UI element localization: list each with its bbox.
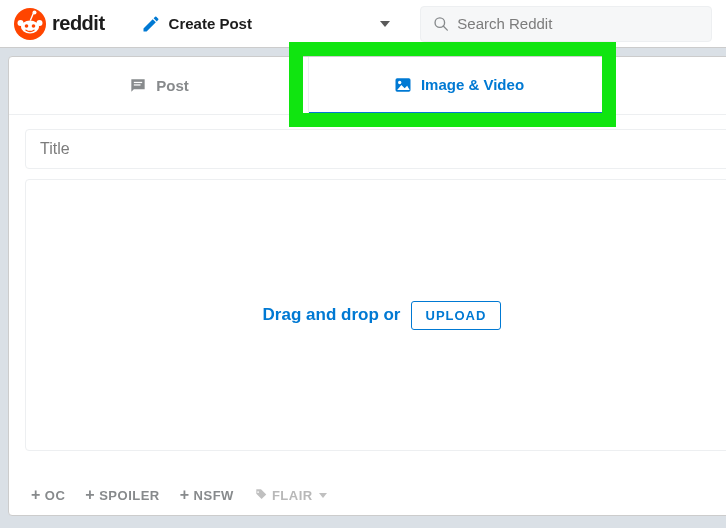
title-field-wrap (25, 129, 726, 169)
chevron-down-icon (319, 493, 327, 498)
post-type-tabs: Post Image & Video (9, 57, 726, 115)
search-icon (433, 15, 449, 33)
upload-button[interactable]: UPLOAD (411, 301, 502, 330)
tag-oc[interactable]: + OC (31, 487, 65, 503)
svg-rect-10 (134, 84, 141, 85)
tag-flair[interactable]: FLAIR (254, 488, 327, 503)
chevron-down-icon (380, 21, 390, 27)
create-post-dropdown[interactable]: Create Post (141, 14, 390, 34)
tag-icon (254, 488, 268, 502)
pencil-icon (141, 14, 161, 34)
reddit-icon (14, 8, 46, 40)
tag-spoiler[interactable]: + SPOILER (85, 487, 159, 503)
tab-post[interactable]: Post (9, 57, 309, 114)
svg-point-12 (398, 80, 401, 83)
post-text-icon (128, 76, 148, 96)
reddit-logo[interactable]: reddit (14, 8, 105, 40)
tab-post-label: Post (156, 77, 189, 94)
tag-flair-label: FLAIR (272, 488, 313, 503)
tab-image-video-label: Image & Video (421, 76, 524, 93)
create-post-card: Post Image & Video Drag and drop or UPLO… (8, 56, 726, 516)
tag-oc-label: OC (45, 488, 66, 503)
plus-icon: + (85, 487, 95, 503)
reddit-wordmark: reddit (52, 12, 105, 35)
tag-spoiler-label: SPOILER (99, 488, 160, 503)
top-bar: reddit Create Post (0, 0, 726, 48)
svg-point-4 (25, 24, 29, 28)
search-input[interactable] (457, 15, 699, 32)
post-tags-row: + OC + SPOILER + NSFW FLAIR (31, 487, 327, 503)
svg-point-3 (37, 20, 43, 26)
svg-rect-9 (134, 81, 142, 82)
search-bar[interactable] (420, 6, 712, 42)
svg-point-5 (32, 24, 36, 28)
svg-point-13 (257, 491, 259, 493)
svg-line-8 (443, 26, 447, 30)
plus-icon: + (31, 487, 41, 503)
create-post-label: Create Post (169, 15, 252, 32)
svg-point-2 (18, 20, 24, 26)
tag-nsfw-label: NSFW (194, 488, 234, 503)
dropzone-text: Drag and drop or (263, 305, 401, 325)
tab-image-video[interactable]: Image & Video (309, 57, 609, 114)
plus-icon: + (180, 487, 190, 503)
title-input[interactable] (40, 140, 724, 158)
tag-nsfw[interactable]: + NSFW (180, 487, 234, 503)
media-dropzone[interactable]: Drag and drop or UPLOAD (25, 179, 726, 451)
svg-point-6 (33, 10, 37, 14)
image-icon (393, 75, 413, 95)
